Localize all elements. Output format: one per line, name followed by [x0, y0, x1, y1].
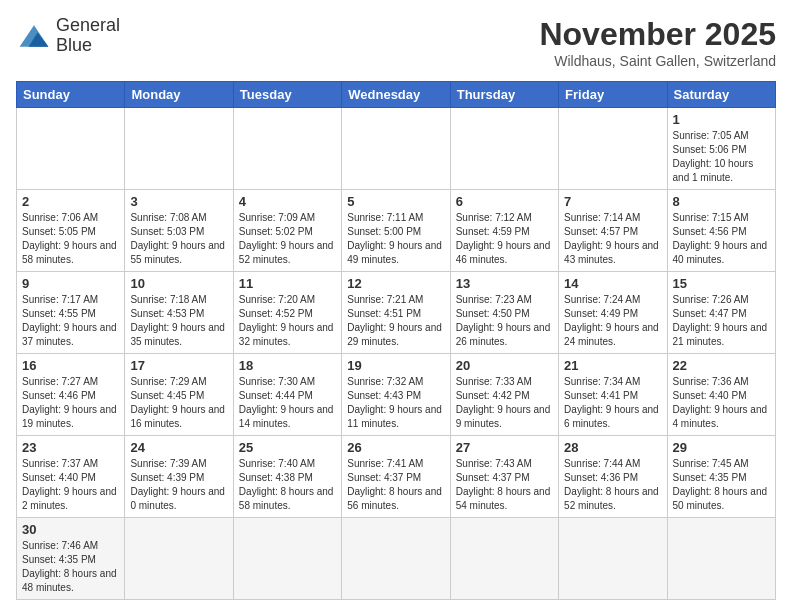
- title-block: November 2025 Wildhaus, Saint Gallen, Sw…: [539, 16, 776, 69]
- calendar-cell: [559, 108, 667, 190]
- day-number: 18: [239, 358, 336, 373]
- day-number: 5: [347, 194, 444, 209]
- calendar-cell: [17, 108, 125, 190]
- calendar-cell: 26Sunrise: 7:41 AM Sunset: 4:37 PM Dayli…: [342, 436, 450, 518]
- calendar-cell: [450, 108, 558, 190]
- calendar-table: SundayMondayTuesdayWednesdayThursdayFrid…: [16, 81, 776, 600]
- day-info: Sunrise: 7:46 AM Sunset: 4:35 PM Dayligh…: [22, 539, 119, 595]
- day-info: Sunrise: 7:20 AM Sunset: 4:52 PM Dayligh…: [239, 293, 336, 349]
- calendar-cell: 2Sunrise: 7:06 AM Sunset: 5:05 PM Daylig…: [17, 190, 125, 272]
- month-title: November 2025: [539, 16, 776, 53]
- day-info: Sunrise: 7:32 AM Sunset: 4:43 PM Dayligh…: [347, 375, 444, 431]
- day-info: Sunrise: 7:41 AM Sunset: 4:37 PM Dayligh…: [347, 457, 444, 513]
- day-info: Sunrise: 7:26 AM Sunset: 4:47 PM Dayligh…: [673, 293, 770, 349]
- calendar-cell: [450, 518, 558, 600]
- day-info: Sunrise: 7:15 AM Sunset: 4:56 PM Dayligh…: [673, 211, 770, 267]
- page-header: General Blue November 2025 Wildhaus, Sai…: [16, 16, 776, 69]
- day-number: 17: [130, 358, 227, 373]
- day-number: 30: [22, 522, 119, 537]
- calendar-cell: 18Sunrise: 7:30 AM Sunset: 4:44 PM Dayli…: [233, 354, 341, 436]
- calendar-cell: 9Sunrise: 7:17 AM Sunset: 4:55 PM Daylig…: [17, 272, 125, 354]
- day-number: 28: [564, 440, 661, 455]
- day-info: Sunrise: 7:27 AM Sunset: 4:46 PM Dayligh…: [22, 375, 119, 431]
- day-number: 4: [239, 194, 336, 209]
- day-info: Sunrise: 7:12 AM Sunset: 4:59 PM Dayligh…: [456, 211, 553, 267]
- location-subtitle: Wildhaus, Saint Gallen, Switzerland: [539, 53, 776, 69]
- calendar-cell: 3Sunrise: 7:08 AM Sunset: 5:03 PM Daylig…: [125, 190, 233, 272]
- day-number: 27: [456, 440, 553, 455]
- calendar-cell: 8Sunrise: 7:15 AM Sunset: 4:56 PM Daylig…: [667, 190, 775, 272]
- day-number: 20: [456, 358, 553, 373]
- calendar-cell: [233, 518, 341, 600]
- day-number: 2: [22, 194, 119, 209]
- day-info: Sunrise: 7:44 AM Sunset: 4:36 PM Dayligh…: [564, 457, 661, 513]
- calendar-cell: 21Sunrise: 7:34 AM Sunset: 4:41 PM Dayli…: [559, 354, 667, 436]
- day-number: 12: [347, 276, 444, 291]
- day-info: Sunrise: 7:24 AM Sunset: 4:49 PM Dayligh…: [564, 293, 661, 349]
- day-number: 10: [130, 276, 227, 291]
- weekday-header-friday: Friday: [559, 82, 667, 108]
- calendar-cell: 24Sunrise: 7:39 AM Sunset: 4:39 PM Dayli…: [125, 436, 233, 518]
- calendar-cell: 27Sunrise: 7:43 AM Sunset: 4:37 PM Dayli…: [450, 436, 558, 518]
- day-info: Sunrise: 7:21 AM Sunset: 4:51 PM Dayligh…: [347, 293, 444, 349]
- day-number: 6: [456, 194, 553, 209]
- week-row-1: 2Sunrise: 7:06 AM Sunset: 5:05 PM Daylig…: [17, 190, 776, 272]
- weekday-header-saturday: Saturday: [667, 82, 775, 108]
- calendar-cell: [342, 108, 450, 190]
- day-number: 9: [22, 276, 119, 291]
- day-info: Sunrise: 7:18 AM Sunset: 4:53 PM Dayligh…: [130, 293, 227, 349]
- logo: General Blue: [16, 16, 120, 56]
- day-number: 11: [239, 276, 336, 291]
- day-info: Sunrise: 7:09 AM Sunset: 5:02 PM Dayligh…: [239, 211, 336, 267]
- day-info: Sunrise: 7:45 AM Sunset: 4:35 PM Dayligh…: [673, 457, 770, 513]
- day-info: Sunrise: 7:34 AM Sunset: 4:41 PM Dayligh…: [564, 375, 661, 431]
- day-number: 19: [347, 358, 444, 373]
- calendar-cell: 23Sunrise: 7:37 AM Sunset: 4:40 PM Dayli…: [17, 436, 125, 518]
- calendar-cell: 10Sunrise: 7:18 AM Sunset: 4:53 PM Dayli…: [125, 272, 233, 354]
- day-info: Sunrise: 7:23 AM Sunset: 4:50 PM Dayligh…: [456, 293, 553, 349]
- weekday-header-thursday: Thursday: [450, 82, 558, 108]
- day-info: Sunrise: 7:14 AM Sunset: 4:57 PM Dayligh…: [564, 211, 661, 267]
- day-number: 24: [130, 440, 227, 455]
- day-info: Sunrise: 7:17 AM Sunset: 4:55 PM Dayligh…: [22, 293, 119, 349]
- calendar-cell: 5Sunrise: 7:11 AM Sunset: 5:00 PM Daylig…: [342, 190, 450, 272]
- calendar-cell: [125, 108, 233, 190]
- calendar-cell: 16Sunrise: 7:27 AM Sunset: 4:46 PM Dayli…: [17, 354, 125, 436]
- day-info: Sunrise: 7:33 AM Sunset: 4:42 PM Dayligh…: [456, 375, 553, 431]
- week-row-5: 30Sunrise: 7:46 AM Sunset: 4:35 PM Dayli…: [17, 518, 776, 600]
- day-number: 3: [130, 194, 227, 209]
- calendar-cell: 11Sunrise: 7:20 AM Sunset: 4:52 PM Dayli…: [233, 272, 341, 354]
- day-info: Sunrise: 7:30 AM Sunset: 4:44 PM Dayligh…: [239, 375, 336, 431]
- day-number: 7: [564, 194, 661, 209]
- day-number: 14: [564, 276, 661, 291]
- calendar-cell: 17Sunrise: 7:29 AM Sunset: 4:45 PM Dayli…: [125, 354, 233, 436]
- day-number: 23: [22, 440, 119, 455]
- day-number: 16: [22, 358, 119, 373]
- calendar-cell: 20Sunrise: 7:33 AM Sunset: 4:42 PM Dayli…: [450, 354, 558, 436]
- calendar-cell: 7Sunrise: 7:14 AM Sunset: 4:57 PM Daylig…: [559, 190, 667, 272]
- calendar-cell: 19Sunrise: 7:32 AM Sunset: 4:43 PM Dayli…: [342, 354, 450, 436]
- calendar-cell: [559, 518, 667, 600]
- day-info: Sunrise: 7:05 AM Sunset: 5:06 PM Dayligh…: [673, 129, 770, 185]
- calendar-cell: 30Sunrise: 7:46 AM Sunset: 4:35 PM Dayli…: [17, 518, 125, 600]
- logo-text: General Blue: [56, 16, 120, 56]
- calendar-cell: 25Sunrise: 7:40 AM Sunset: 4:38 PM Dayli…: [233, 436, 341, 518]
- day-info: Sunrise: 7:43 AM Sunset: 4:37 PM Dayligh…: [456, 457, 553, 513]
- weekday-header-monday: Monday: [125, 82, 233, 108]
- day-number: 21: [564, 358, 661, 373]
- calendar-cell: 12Sunrise: 7:21 AM Sunset: 4:51 PM Dayli…: [342, 272, 450, 354]
- week-row-4: 23Sunrise: 7:37 AM Sunset: 4:40 PM Dayli…: [17, 436, 776, 518]
- calendar-cell: 1Sunrise: 7:05 AM Sunset: 5:06 PM Daylig…: [667, 108, 775, 190]
- day-number: 13: [456, 276, 553, 291]
- day-number: 8: [673, 194, 770, 209]
- calendar-cell: 14Sunrise: 7:24 AM Sunset: 4:49 PM Dayli…: [559, 272, 667, 354]
- weekday-header-wednesday: Wednesday: [342, 82, 450, 108]
- calendar-cell: 22Sunrise: 7:36 AM Sunset: 4:40 PM Dayli…: [667, 354, 775, 436]
- day-number: 15: [673, 276, 770, 291]
- day-info: Sunrise: 7:06 AM Sunset: 5:05 PM Dayligh…: [22, 211, 119, 267]
- day-number: 25: [239, 440, 336, 455]
- calendar-cell: [342, 518, 450, 600]
- day-info: Sunrise: 7:11 AM Sunset: 5:00 PM Dayligh…: [347, 211, 444, 267]
- calendar-cell: 15Sunrise: 7:26 AM Sunset: 4:47 PM Dayli…: [667, 272, 775, 354]
- weekday-header-tuesday: Tuesday: [233, 82, 341, 108]
